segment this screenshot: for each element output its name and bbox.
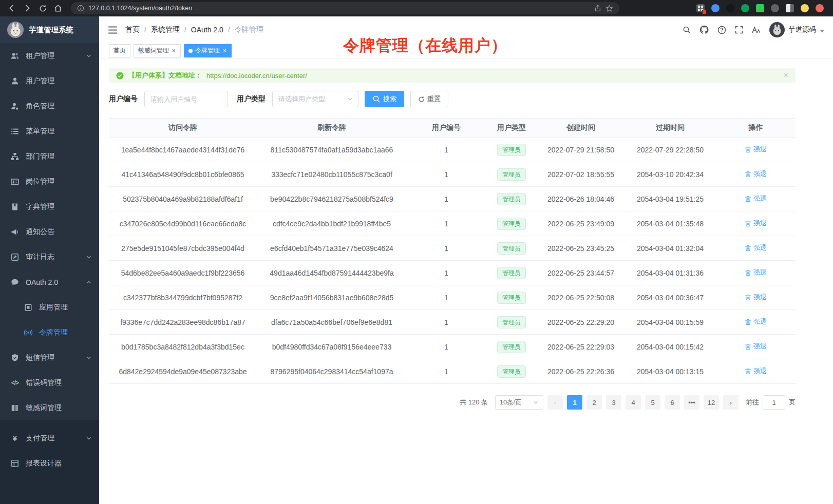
page-button[interactable]: 2 (586, 395, 602, 410)
split-panel-extension-icon[interactable] (786, 4, 794, 12)
column-header: 操作 (716, 119, 796, 138)
more-pages-button[interactable]: ••• (684, 395, 699, 410)
close-icon[interactable]: × (172, 48, 176, 54)
force-logout-button[interactable]: 强退 (745, 243, 767, 253)
refresh-token-cell: 49d1aa46d1454fbd87591444423be9fa (257, 261, 407, 285)
create-time-cell: 2022-07-29 21:58:50 (537, 138, 624, 162)
access-token-cell: 54d6be82ee5a460a9aedc1f9bf223656 (109, 261, 257, 285)
force-logout-button[interactable]: 强退 (745, 219, 767, 228)
breadcrumb-separator: / (228, 26, 230, 34)
fullscreen-icon[interactable] (735, 26, 743, 34)
font-size-icon[interactable] (752, 26, 761, 34)
close-icon[interactable]: × (784, 71, 788, 80)
page-size-select[interactable]: 10条/页 (495, 395, 543, 410)
breadcrumb-separator: / (184, 26, 186, 34)
prev-page-button[interactable]: ‹ (547, 395, 563, 410)
sidebar-item[interactable]: 短信管理 (0, 345, 99, 370)
page-button[interactable]: 12 (704, 395, 719, 410)
sidebar-item[interactable]: 报表设计器 (0, 451, 99, 476)
refresh-token-cell: be90422b8c7946218275a508bf524fc9 (257, 187, 407, 211)
emoji-avatar-icon[interactable] (801, 4, 809, 12)
bookmark-star-icon[interactable] (605, 5, 613, 12)
user-id-label: 用户编号 (109, 94, 138, 104)
tab-active[interactable]: 令牌管理 × (184, 44, 232, 57)
sidebar-item[interactable]: 角色管理 (0, 93, 99, 119)
user-id-cell: 1 (407, 211, 486, 236)
force-logout-button[interactable]: 强退 (745, 194, 767, 203)
force-logout-button[interactable]: 强退 (745, 342, 767, 351)
page-button[interactable]: 4 (626, 395, 641, 410)
page-buttons: 123456•••12 (567, 395, 719, 410)
sidebar-item[interactable]: 应用管理 (0, 295, 99, 320)
page-button[interactable]: 6 (665, 395, 680, 410)
tab-item[interactable]: 首页 (109, 44, 130, 57)
sidebar-item[interactable]: 字典管理 (0, 194, 99, 219)
sidebar-item[interactable]: 通知公告 (0, 219, 99, 244)
next-page-button[interactable]: › (723, 395, 739, 410)
sidebar-item[interactable]: 审计日志 (0, 244, 99, 269)
sidebar-item[interactable]: 敏感词管理 (0, 395, 99, 420)
puzzle-extension-icon[interactable] (756, 4, 764, 12)
home-icon[interactable] (51, 2, 65, 15)
gray-extension-icon[interactable] (771, 4, 779, 12)
alert-doc-link[interactable]: https://doc.iocoder.cn/user-center/ (206, 72, 307, 80)
page-button[interactable]: 1 (567, 395, 582, 410)
breadcrumb-item[interactable]: 首页 (125, 25, 140, 34)
url-text: 127.0.0.1:1024/system/oauth2/token (88, 5, 590, 12)
search-icon[interactable] (683, 26, 691, 34)
sidebar-item[interactable]: 用户管理 (0, 68, 99, 93)
user-type-select[interactable]: 请选择用户类型 (272, 91, 358, 107)
force-logout-button[interactable]: 强退 (745, 293, 767, 302)
create-time-cell: 2022-07-02 18:55:55 (537, 162, 624, 187)
force-logout-button[interactable]: 强退 (745, 268, 767, 277)
access-token-cell: c347026e805e4d99b0d116eae66eda8c (109, 211, 257, 236)
sidebar-item[interactable]: 令牌管理 (0, 320, 99, 345)
forward-icon[interactable] (21, 2, 34, 15)
sidebar-item[interactable]: 租户管理 (0, 43, 99, 68)
sidebar-item[interactable]: </> 错误码管理 (0, 370, 99, 395)
refresh-token-cell: cdfc4ce9c2da4bb1bdf21b9918ff4be5 (257, 211, 407, 236)
share-icon[interactable] (594, 5, 601, 12)
back-icon[interactable] (5, 2, 18, 15)
github-icon[interactable] (699, 25, 709, 34)
breadcrumb-item[interactable]: 系统管理 (151, 25, 180, 34)
force-logout-button[interactable]: 强退 (745, 145, 767, 154)
grid-extension-icon[interactable] (696, 4, 705, 12)
close-icon[interactable]: × (222, 48, 227, 54)
blue-extension-icon[interactable] (711, 4, 720, 12)
page-button[interactable]: 5 (645, 395, 660, 410)
breadcrumb-item[interactable]: OAuth 2.0 (191, 26, 223, 34)
address-bar[interactable]: 127.0.0.1:1024/system/oauth2/token (71, 2, 619, 14)
user-menu[interactable]: 芋道源码 (769, 22, 825, 37)
create-time-cell: 2022-06-25 23:44:57 (537, 261, 624, 285)
reload-icon[interactable] (36, 2, 49, 15)
search-button[interactable]: 搜索 (365, 91, 404, 107)
user-type-badge: 管理员 (497, 242, 526, 255)
column-header: 过期时间 (624, 119, 716, 138)
expire-time-cell: 2054-03-04 19:51:25 (624, 187, 716, 211)
user-id-input[interactable] (144, 91, 228, 107)
tab-label: 首页 (113, 46, 126, 55)
table-row: c347026e805e4d99b0d116eae66eda8c cdfc4ce… (109, 211, 796, 236)
column-header: 用户类型 (486, 119, 537, 138)
dark-ring-extension-icon[interactable] (726, 4, 734, 12)
sidebar-item[interactable]: 岗位管理 (0, 169, 99, 194)
force-logout-button[interactable]: 强退 (745, 169, 767, 179)
sidebar-item[interactable]: 菜单管理 (0, 119, 99, 144)
tab-item[interactable]: 敏感词管理 × (134, 44, 181, 57)
force-logout-button[interactable]: 强退 (745, 366, 767, 376)
goto-page-input[interactable] (763, 395, 785, 410)
force-logout-button[interactable]: 强退 (745, 317, 767, 326)
sidebar-item[interactable]: 部门管理 (0, 144, 99, 169)
sidebar-item[interactable]: OAuth 2.0 (0, 269, 99, 295)
hamburger-icon[interactable] (99, 25, 125, 35)
info-icon[interactable] (77, 5, 84, 12)
help-icon[interactable] (717, 26, 726, 34)
sidebar-item[interactable]: ¥ 支付管理 (0, 425, 99, 451)
reset-button[interactable]: 重置 (410, 91, 448, 107)
page-button[interactable]: 3 (606, 395, 621, 410)
payment-icon: ¥ (10, 434, 20, 442)
green-extension-icon[interactable] (741, 4, 749, 12)
user-type-cell: 管理员 (486, 162, 537, 187)
profile-avatar-icon[interactable] (816, 4, 824, 12)
